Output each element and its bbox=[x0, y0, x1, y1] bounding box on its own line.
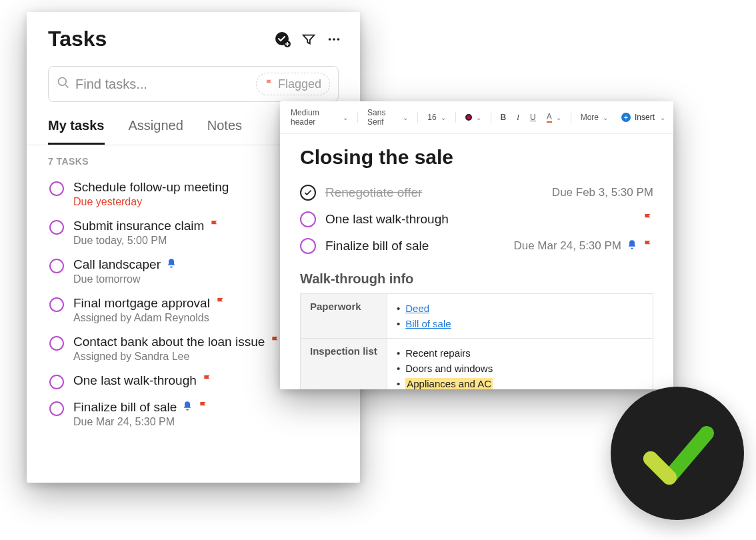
check-icon bbox=[637, 413, 717, 493]
underline-button[interactable]: U bbox=[527, 111, 539, 123]
bell-icon bbox=[627, 239, 637, 253]
note-task-due: Due Feb 3, 5:30 PM bbox=[552, 186, 653, 199]
task-title: Call landscaper bbox=[73, 257, 161, 272]
list-item-text: Recent repairs bbox=[405, 347, 471, 359]
task-item[interactable]: Finalize bill of sale Due Mar 24, 5:30 P… bbox=[45, 395, 348, 433]
note-title: Closing the sale bbox=[300, 146, 653, 169]
color-dropdown[interactable] bbox=[463, 113, 484, 123]
svg-point-4 bbox=[337, 38, 340, 41]
bold-button[interactable]: B bbox=[497, 111, 509, 123]
table-cell: Deed Bill of sale bbox=[387, 294, 653, 339]
note-task-item[interactable]: One last walk-through bbox=[300, 206, 653, 233]
table-row: Paperwork Deed Bill of sale bbox=[301, 294, 653, 339]
size-dropdown[interactable]: 16 bbox=[425, 111, 448, 123]
task-meta: Due Mar 24, 5:30 PM bbox=[73, 416, 344, 428]
task-title: Schedule follow-up meeting bbox=[73, 180, 229, 195]
task-checkbox-done[interactable] bbox=[300, 185, 316, 201]
filter-icon[interactable] bbox=[301, 32, 316, 47]
note-task-title: Finalize bill of sale bbox=[325, 239, 429, 253]
flag-icon bbox=[643, 239, 653, 253]
flagged-filter-label: Flagged bbox=[278, 77, 321, 91]
note-task-title: One last walk-through bbox=[325, 212, 449, 227]
tasks-title: Tasks bbox=[48, 27, 107, 51]
svg-point-3 bbox=[333, 38, 335, 41]
style-dropdown[interactable]: Medium header bbox=[288, 107, 351, 128]
note-task-item[interactable]: Finalize bill of sale Due Mar 24, 5:30 P… bbox=[300, 233, 653, 259]
task-checkbox[interactable] bbox=[49, 259, 64, 273]
task-title: Final mortgage approval bbox=[73, 296, 210, 311]
section-heading: Walk-through info bbox=[300, 271, 653, 287]
tab-assigned[interactable]: Assigned bbox=[129, 118, 183, 145]
task-title: Finalize bill of sale bbox=[73, 400, 177, 415]
tasks-header: Tasks bbox=[27, 12, 360, 61]
table-cell: Recent repairs Doors and windows Applian… bbox=[387, 339, 653, 390]
task-title: One last walk-through bbox=[73, 373, 197, 388]
insert-label: Insert bbox=[635, 113, 655, 122]
flag-icon bbox=[198, 400, 209, 415]
tab-notes[interactable]: Notes bbox=[207, 118, 242, 145]
task-title: Contact bank about the loan issue bbox=[73, 335, 265, 349]
task-checkbox[interactable] bbox=[49, 336, 64, 351]
tab-my-tasks[interactable]: My tasks bbox=[48, 118, 105, 145]
task-checkbox[interactable] bbox=[300, 211, 316, 227]
task-checkbox[interactable] bbox=[300, 238, 316, 254]
svg-point-5 bbox=[59, 78, 67, 86]
note-task-due: Due Mar 24, 5:30 PM bbox=[513, 239, 621, 253]
flag-icon bbox=[265, 77, 274, 91]
search-box[interactable]: Flagged bbox=[48, 66, 339, 102]
table-cell-label: Paperwork bbox=[301, 294, 387, 339]
link-bill-of-sale[interactable]: Bill of sale bbox=[405, 318, 451, 329]
svg-point-2 bbox=[329, 38, 331, 41]
search-icon bbox=[57, 76, 70, 92]
insert-button[interactable]: + Insert bbox=[621, 113, 665, 122]
note-task-item[interactable]: Renegotiate offer Due Feb 3, 5:30 PM bbox=[300, 179, 653, 206]
info-table: Paperwork Deed Bill of sale Inspection l… bbox=[300, 293, 653, 389]
italic-button[interactable]: I bbox=[514, 111, 522, 124]
table-row: Inspection list Recent repairs Doors and… bbox=[301, 339, 653, 390]
flag-icon bbox=[270, 335, 281, 349]
search-row: Flagged bbox=[27, 61, 360, 102]
task-checkbox[interactable] bbox=[49, 220, 64, 235]
flag-icon bbox=[209, 219, 220, 233]
bell-icon bbox=[166, 257, 177, 272]
task-title: Submit insurance claim bbox=[73, 219, 204, 233]
task-checkbox[interactable] bbox=[49, 375, 64, 389]
note-body: Closing the sale Renegotiate offer Due F… bbox=[280, 134, 673, 389]
plus-icon: + bbox=[621, 113, 631, 122]
link-deed[interactable]: Deed bbox=[405, 303, 429, 314]
color-swatch-icon bbox=[465, 114, 472, 121]
flag-icon bbox=[202, 373, 213, 388]
font-dropdown[interactable]: Sans Serif bbox=[365, 107, 411, 128]
task-checkbox[interactable] bbox=[49, 181, 64, 196]
flag-icon bbox=[215, 296, 226, 311]
table-cell-label: Inspection list bbox=[301, 339, 387, 390]
task-checkbox[interactable] bbox=[49, 297, 64, 312]
editor-toolbar: Medium header Sans Serif 16 B I U A More… bbox=[280, 101, 673, 134]
check-badge bbox=[611, 387, 744, 520]
list-item-text-highlighted: Appliances and AC bbox=[405, 378, 493, 389]
bell-icon bbox=[182, 400, 193, 415]
task-checkbox[interactable] bbox=[49, 401, 64, 416]
flagged-filter-chip[interactable]: Flagged bbox=[256, 73, 330, 95]
search-input[interactable] bbox=[70, 77, 256, 92]
note-panel: Medium header Sans Serif 16 B I U A More… bbox=[280, 101, 673, 389]
list-item-text: Doors and windows bbox=[405, 363, 493, 374]
tasks-header-actions bbox=[275, 31, 341, 47]
more-dropdown[interactable]: More bbox=[578, 111, 611, 123]
flag-icon bbox=[643, 213, 653, 227]
more-icon[interactable] bbox=[327, 32, 341, 47]
add-task-icon[interactable] bbox=[275, 31, 291, 47]
text-color-button[interactable]: A bbox=[544, 111, 564, 124]
note-task-title: Renegotiate offer bbox=[325, 185, 422, 200]
